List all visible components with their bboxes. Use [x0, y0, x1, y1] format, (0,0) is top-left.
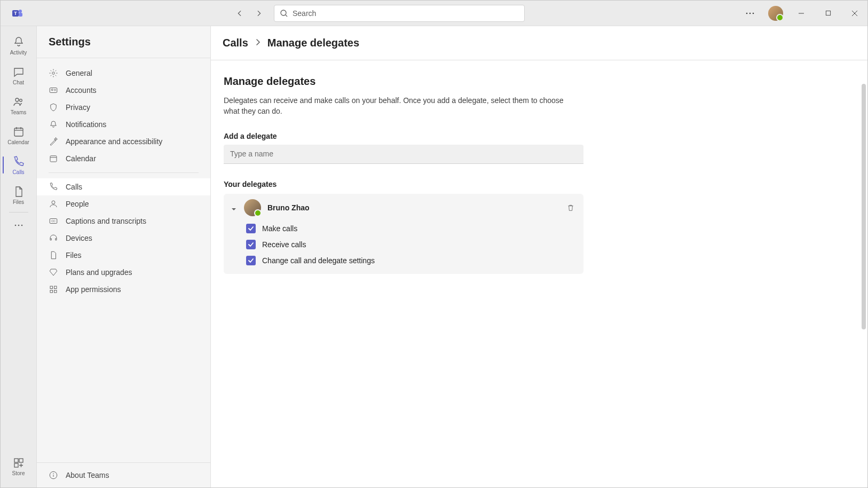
- chevron-right-icon: [254, 38, 262, 49]
- settings-item-appearance[interactable]: Appearance and accessibility: [37, 133, 210, 150]
- rail-more[interactable]: [3, 215, 35, 236]
- settings-item-notifications[interactable]: Notifications: [37, 116, 210, 133]
- checkbox-make-calls[interactable]: [246, 224, 256, 233]
- svg-point-19: [14, 225, 16, 226]
- svg-rect-22: [14, 459, 18, 462]
- settings-item-devices[interactable]: Devices: [37, 230, 210, 247]
- page-description: Delegates can receive and make calls on …: [224, 95, 565, 117]
- settings-item-general[interactable]: General: [37, 65, 210, 82]
- settings-sidebar: Settings General Accounts Privacy Notifi…: [37, 26, 211, 487]
- breadcrumb-calls[interactable]: Calls: [223, 37, 248, 49]
- svg-point-7: [749, 12, 751, 14]
- bell-icon: [12, 36, 25, 49]
- more-button[interactable]: [741, 5, 759, 22]
- settings-item-plans[interactable]: Plans and upgrades: [37, 264, 210, 281]
- diamond-icon: [49, 267, 58, 277]
- maximize-button[interactable]: [819, 5, 837, 22]
- cc-icon: CC: [49, 216, 58, 226]
- delegate-header[interactable]: Bruno Zhao: [224, 194, 583, 222]
- settings-item-people[interactable]: People: [37, 195, 210, 212]
- add-delegate-label: Add a delegate: [224, 132, 855, 140]
- settings-item-permissions[interactable]: App permissions: [37, 281, 210, 298]
- file-icon: [12, 185, 25, 198]
- svg-rect-35: [50, 286, 53, 289]
- scrollbar[interactable]: [861, 84, 866, 485]
- check-icon: [248, 241, 254, 248]
- check-icon: [248, 257, 254, 264]
- settings-item-accounts[interactable]: Accounts: [37, 82, 210, 99]
- svg-point-27: [51, 89, 53, 91]
- settings-item-privacy[interactable]: Privacy: [37, 99, 210, 116]
- svg-rect-36: [54, 286, 57, 289]
- permission-list: Make calls Receive calls Change call and…: [224, 222, 583, 274]
- settings-title: Settings: [37, 36, 210, 58]
- rail-teams[interactable]: Teams: [3, 90, 35, 120]
- minimize-button[interactable]: [793, 5, 810, 22]
- svg-point-21: [21, 225, 22, 226]
- app-rail: Activity Chat Teams Calendar Calls Files: [1, 26, 37, 487]
- svg-point-32: [52, 201, 55, 204]
- people-icon: [12, 96, 25, 108]
- svg-point-2: [19, 10, 22, 13]
- info-icon: [49, 470, 58, 480]
- ellipsis-icon: [14, 224, 23, 226]
- delegate-avatar: [244, 199, 261, 216]
- svg-line-5: [286, 15, 287, 17]
- add-delegate-input[interactable]: [224, 145, 583, 164]
- rail-activity[interactable]: Activity: [3, 30, 35, 60]
- main-content: Calls Manage delegates Manage delegates …: [211, 26, 867, 487]
- search-input[interactable]: Search: [274, 5, 525, 22]
- settings-item-files[interactable]: Files: [37, 247, 210, 264]
- svg-point-25: [52, 72, 55, 75]
- check-icon: [248, 225, 254, 232]
- rail-chat[interactable]: Chat: [3, 60, 35, 90]
- page-title: Manage delegates: [224, 75, 855, 88]
- search-icon: [280, 9, 288, 18]
- svg-point-8: [753, 12, 754, 14]
- caret-down-icon: [231, 204, 238, 211]
- shield-icon: [49, 103, 58, 112]
- about-teams-button[interactable]: About Teams: [37, 462, 210, 487]
- permission-make-calls: Make calls: [246, 224, 576, 233]
- svg-rect-30: [50, 156, 57, 162]
- svg-point-4: [281, 10, 286, 15]
- svg-rect-10: [826, 11, 830, 15]
- settings-item-captions[interactable]: CCCaptions and transcripts: [37, 212, 210, 230]
- file-icon: [49, 250, 58, 260]
- your-delegates-label: Your delegates: [224, 180, 855, 188]
- checkbox-change-settings[interactable]: [246, 256, 256, 265]
- svg-text:T: T: [14, 11, 17, 16]
- close-button[interactable]: [846, 5, 863, 22]
- svg-rect-15: [14, 128, 23, 136]
- calendar-icon: [49, 154, 58, 163]
- permission-receive-calls: Receive calls: [246, 240, 576, 249]
- rail-separator: [9, 212, 28, 212]
- svg-rect-24: [14, 463, 18, 467]
- delete-delegate-button[interactable]: [565, 202, 576, 213]
- rail-store[interactable]: Store: [3, 451, 35, 481]
- settings-divider: [49, 172, 199, 173]
- settings-item-calls[interactable]: Calls: [37, 178, 210, 195]
- nav-forward-button[interactable]: [252, 7, 265, 20]
- scroll-thumb[interactable]: [862, 84, 866, 329]
- store-icon: [12, 456, 25, 469]
- headset-icon: [49, 233, 58, 243]
- delegate-card: Bruno Zhao Make calls Receive calls Chan…: [224, 194, 583, 274]
- id-card-icon: [49, 85, 58, 95]
- rail-files[interactable]: Files: [3, 180, 35, 210]
- wand-icon: [49, 137, 58, 146]
- svg-rect-38: [54, 290, 57, 293]
- settings-item-calendar[interactable]: Calendar: [37, 150, 210, 167]
- rail-calls[interactable]: Calls: [3, 150, 35, 180]
- svg-text:CC: CC: [51, 219, 56, 223]
- search-placeholder: Search: [293, 9, 316, 18]
- nav-back-button[interactable]: [233, 7, 246, 20]
- svg-point-14: [19, 99, 22, 101]
- svg-point-41: [53, 473, 54, 474]
- delegate-name: Bruno Zhao: [267, 203, 310, 212]
- user-avatar[interactable]: [768, 6, 783, 21]
- gear-icon: [49, 68, 58, 78]
- svg-rect-23: [19, 459, 23, 462]
- checkbox-receive-calls[interactable]: [246, 240, 256, 249]
- rail-calendar[interactable]: Calendar: [3, 120, 35, 150]
